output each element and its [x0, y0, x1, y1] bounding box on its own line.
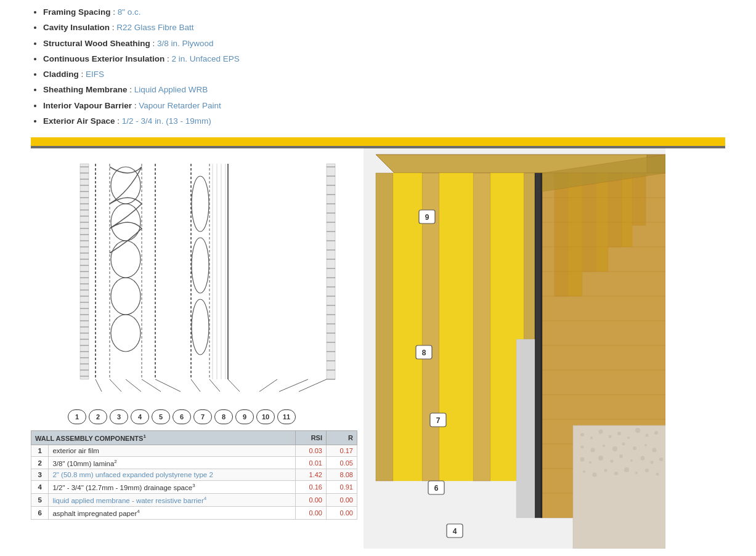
- row-r: 0.17: [327, 445, 357, 456]
- badge-9: 9: [235, 409, 254, 424]
- svg-point-155: [583, 470, 585, 473]
- callout-9: 9: [425, 213, 429, 222]
- row-rsi: 1.42: [295, 469, 326, 481]
- svg-point-159: [624, 467, 629, 472]
- svg-point-161: [645, 469, 649, 472]
- row-rsi: 0.03: [295, 445, 326, 456]
- svg-point-149: [611, 460, 614, 463]
- spec-ext-insulation-value: 2 in. Unfaced EPS: [172, 54, 240, 63]
- svg-point-46: [111, 278, 140, 315]
- svg-point-147: [589, 461, 591, 464]
- svg-point-45: [111, 241, 140, 278]
- spec-vapour: Interior Vapour Barrier : Vapour Retarde…: [43, 100, 725, 112]
- svg-line-88: [259, 379, 277, 392]
- row-r: 0.05: [327, 456, 357, 469]
- svg-point-160: [635, 472, 638, 474]
- svg-line-81: [110, 379, 121, 392]
- svg-point-148: [598, 456, 603, 461]
- badge-7: 7: [193, 409, 212, 424]
- svg-point-151: [630, 459, 633, 462]
- row-desc: 2" (50.8 mm) unfaced expanded polystyren…: [49, 469, 295, 481]
- spec-membrane-colon: :: [129, 85, 134, 94]
- row-r: 0.00: [327, 494, 357, 507]
- row-r: 8.08: [327, 469, 357, 481]
- table-row: 1 exterior air film 0.03 0.17: [31, 445, 357, 456]
- main-content: 1 2 3 4 5 6 7 8 9 10 11 WALL ASSEMBLY CO…: [31, 148, 725, 550]
- spec-framing-colon: :: [113, 7, 118, 17]
- svg-point-136: [646, 434, 649, 437]
- wall-assembly-table: WALL ASSEMBLY COMPONENTS1 RSI R 1 exteri…: [31, 430, 357, 520]
- table-row: 6 asphalt impregnated paper4 0.00 0.00: [31, 507, 357, 520]
- svg-point-135: [635, 428, 640, 433]
- spec-framing-label: Framing Spacing: [43, 7, 111, 17]
- svg-line-80: [96, 379, 102, 392]
- row-r: 0.00: [327, 507, 357, 520]
- svg-point-143: [633, 446, 636, 450]
- spec-cladding-value: EIFS: [86, 70, 104, 79]
- badge-8: 8: [214, 409, 233, 424]
- row-num: 3: [31, 469, 49, 481]
- row-rsi: 0.00: [295, 494, 326, 507]
- row-desc: exterior air film: [49, 445, 295, 456]
- spec-cavity: Cavity Insulation : R22 Glass Fibre Batt: [43, 22, 725, 34]
- row-rsi: 0.00: [295, 507, 326, 520]
- row-desc: liquid applied membrane - water resistiv…: [49, 494, 295, 507]
- spec-air-space-label: Exterior Air Space: [43, 116, 115, 126]
- badge-2: 2: [89, 409, 107, 424]
- spec-membrane-label: Sheathing Membrane: [43, 85, 128, 94]
- svg-point-137: [654, 431, 658, 435]
- table-row: 2 3/8" (10mm) lamina2 0.01 0.05: [31, 456, 357, 469]
- spec-sheathing-label: Structural Wood Sheathing: [43, 39, 150, 48]
- callout-6: 6: [434, 484, 439, 493]
- row-num: 4: [31, 481, 49, 494]
- table-row: 3 2" (50.8 mm) unfaced expanded polystyr…: [31, 469, 357, 481]
- spec-vapour-value: Vapour Retarder Paint: [139, 101, 221, 110]
- svg-rect-99: [439, 173, 473, 481]
- svg-point-131: [599, 430, 603, 434]
- spec-membrane-value: Liquid Applied WRB: [134, 85, 208, 94]
- svg-point-152: [641, 456, 645, 461]
- svg-point-133: [617, 432, 621, 435]
- spec-air-space-value: 1/2 - 3/4 in. (13 - 19mm): [122, 116, 211, 126]
- svg-point-138: [581, 446, 584, 449]
- svg-line-90: [299, 379, 327, 392]
- svg-point-154: [659, 457, 663, 461]
- svg-rect-128: [573, 425, 665, 549]
- svg-point-140: [603, 445, 605, 447]
- svg-point-139: [591, 448, 595, 453]
- badge-4: 4: [131, 409, 149, 424]
- spec-ext-insulation-label: Continuous Exterior Insulation: [43, 54, 165, 63]
- spec-ext-insulation-colon: :: [167, 54, 172, 63]
- row-rsi: 0.16: [295, 481, 326, 494]
- badge-10: 10: [256, 409, 275, 424]
- spec-list: Framing Spacing : 8" o.c. Cavity Insulat…: [31, 6, 725, 127]
- divider-bar: [31, 137, 725, 148]
- svg-point-142: [622, 443, 625, 446]
- svg-point-158: [614, 472, 618, 475]
- spec-sheathing: Structural Wood Sheathing : 3/8 in. Plyw…: [43, 38, 725, 50]
- badge-5: 5: [152, 409, 170, 424]
- badge-3: 3: [110, 409, 128, 424]
- spec-air-space-colon: :: [117, 116, 122, 126]
- svg-line-82: [126, 379, 141, 392]
- spec-vapour-label: Interior Vapour Barrier: [43, 101, 132, 110]
- svg-point-47: [111, 315, 140, 352]
- spec-cavity-label: Cavity Insulation: [43, 23, 110, 32]
- svg-point-146: [580, 457, 585, 462]
- badge-1: 1: [68, 409, 86, 424]
- spec-cladding: Cladding : EIFS: [43, 68, 725, 81]
- cross-section-svg: [43, 161, 345, 407]
- row-desc: asphalt impregnated paper4: [49, 507, 295, 520]
- svg-point-54: [192, 299, 209, 355]
- svg-rect-98: [393, 173, 422, 481]
- spec-sheathing-colon: :: [153, 39, 158, 48]
- table-header-rsi: RSI: [295, 431, 326, 445]
- right-panel: 9 8 7 6 4: [364, 148, 725, 550]
- svg-line-84: [155, 379, 181, 392]
- row-num: 5: [31, 494, 49, 507]
- svg-point-153: [651, 461, 654, 464]
- row-num: 1: [31, 445, 49, 456]
- svg-point-132: [609, 435, 612, 438]
- row-num: 2: [31, 456, 49, 469]
- spec-cladding-label: Cladding: [43, 70, 79, 79]
